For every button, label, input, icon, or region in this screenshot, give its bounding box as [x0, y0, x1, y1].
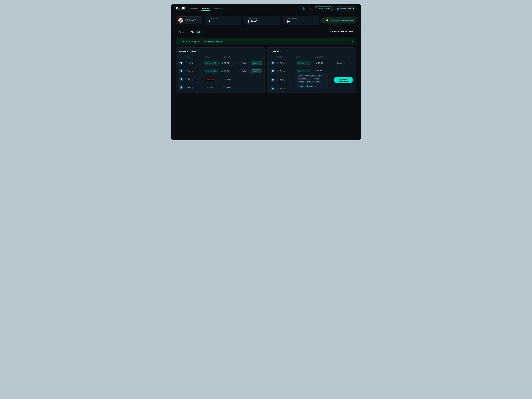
wallet-button[interactable]: 🔷 0x2a7..c4bf0 ▾	[335, 6, 356, 11]
my-market-name-1: Pi Pump	[277, 62, 296, 64]
my-offers-title: My offers	[267, 48, 356, 55]
market-name-1: Pi Pump	[186, 62, 204, 64]
col-status-my: Status	[296, 56, 315, 58]
received-offers-section: Received offers Market Status Best offer…	[176, 47, 265, 93]
alert-increase-allowance-link[interactable]: increase allowance	[204, 40, 223, 43]
my-market-icon-3: 💎	[271, 78, 275, 82]
tab-offers-badge: 3	[197, 31, 200, 33]
offers-grid: Received offers Market Status Best offer…	[171, 47, 361, 98]
status-2: Expires in 14h	[204, 70, 222, 73]
col-market-received: Market	[186, 56, 205, 58]
tabs-bar: Orders Offers 3 Current allowance: 3 WET…	[171, 27, 361, 35]
user-address-label: 0x2a7..c4bf0	[185, 19, 196, 21]
copy-icon[interactable]: ⧉	[198, 19, 199, 21]
stat-value-trades: 9	[209, 20, 237, 23]
received-offers-title: Received offers	[176, 48, 265, 55]
cancel-button-1[interactable]: Cancel	[334, 61, 345, 65]
market-icon-1: 💎	[179, 61, 184, 65]
offer-1: ◑ 30.00	[222, 62, 239, 64]
info-icon: ℹ	[179, 40, 180, 43]
market-icon-2: 💎	[179, 69, 184, 74]
my-offers-section: My offers Market Status Best offer 💎 Pi …	[267, 47, 356, 93]
chevron-down-icon: ▾	[353, 7, 354, 10]
tab-orders[interactable]: Orders	[176, 30, 188, 35]
allowance-value: 3 WETH	[349, 30, 356, 32]
coin-icon-1: ◑	[222, 62, 223, 64]
reject-button-1[interactable]: Reject	[239, 61, 250, 65]
market-name-4: Pi Pump	[186, 86, 205, 89]
status-4: Expired	[205, 86, 224, 89]
wallet-icon: 🔷	[337, 7, 340, 10]
tab-offers[interactable]: Offers 3	[188, 29, 203, 35]
user-info: 0x2a7..c4bf0 ⧉	[176, 16, 202, 24]
stat-total-trades: Total Trades 9	[205, 16, 241, 25]
received-row-3: 💎 Pi Pump Rejected Ᵽ 45.00	[176, 75, 265, 83]
nav: Markets Portfolio Rewards	[190, 6, 296, 11]
nav-portfolio[interactable]: Portfolio	[202, 6, 210, 11]
coin-icon-4: Ᵽ	[224, 86, 225, 89]
logo: PumP!	[176, 7, 185, 10]
my-status-badge-1: Expires in 14h	[296, 61, 311, 65]
alert-message: Your offers may fail,	[181, 40, 200, 43]
col-offer-my: Best offer	[315, 56, 334, 58]
stat-label-settled: Total Settled	[287, 18, 316, 19]
col-offer-received: Best offer	[224, 56, 243, 58]
stat-total-settled: Total Settled $0	[283, 16, 319, 25]
col-status-received: Status	[205, 56, 224, 58]
referral-button[interactable]: 🔑 Share your referral code	[322, 17, 356, 23]
allowance-label: Current allowance:	[330, 30, 348, 32]
my-market-icon-2: 💎	[271, 69, 275, 74]
received-row-4: 💎 Pi Pump Expired Ᵽ 45.00	[176, 83, 265, 91]
received-row-2: 💎 Pi Pump Expires in 14h ◑ 30.00 Reject …	[176, 67, 265, 75]
referral-label: Share your referral code	[330, 19, 353, 22]
tooltip-text: Lorem ipsum dolor sit amet consectetur. …	[298, 75, 322, 83]
allowance-info: Current allowance: 3 WETH	[330, 30, 356, 34]
alert-close-icon[interactable]: ✕	[351, 40, 353, 43]
my-market-name-2: Pi Pump	[277, 70, 296, 72]
received-offers-header: Market Status Best offer	[176, 55, 265, 59]
alert-banner: ℹ Your offers may fail, increase allowan…	[176, 38, 356, 45]
status-badge-1: Expires in 43h	[204, 61, 219, 65]
my-offer-1: ◑ 30.00	[315, 62, 334, 64]
tooltip-increase-link[interactable]: Increase allowance	[298, 85, 325, 88]
offer-4: Ᵽ 45.00	[224, 86, 243, 89]
market-name-3: Pi Pump	[186, 78, 205, 81]
status-badge-2: Expires in 14h	[204, 70, 219, 73]
nav-rewards[interactable]: Rewards	[214, 6, 222, 11]
status-badge-3: Rejected	[205, 78, 215, 81]
wallet-address: 0x2a7..c4bf0	[341, 7, 352, 10]
stats-bar: 0x2a7..c4bf0 ⧉ Total Trades 9 Total Volu…	[171, 13, 361, 27]
my-market-name-3: Pi Pump	[277, 79, 296, 81]
my-coin-icon-1: ◑	[315, 62, 317, 64]
actions-2: Reject Accept	[239, 69, 261, 73]
accept-button-2[interactable]: Accept	[251, 69, 261, 73]
actions-1: Reject Accept	[239, 61, 261, 65]
nav-markets[interactable]: Markets	[190, 6, 198, 11]
header-right: 👤 ⚙ Create Order 🔷 0x2a7..c4bf0 ▾	[301, 6, 356, 11]
market-name-2: Pi Pump	[186, 70, 204, 72]
reject-button-2[interactable]: Reject	[239, 69, 250, 73]
stat-label-volume: Total Volume	[248, 18, 277, 19]
my-offers-header: Market Status Best offer	[267, 55, 356, 59]
accept-button-1[interactable]: Accept	[251, 61, 261, 65]
increase-allowance-button[interactable]: Increase allowance	[334, 77, 353, 83]
my-row-2: 💎 Pi Pump Expires in 14h Ᵽ 30.00 Lorem i…	[267, 67, 356, 75]
my-market-icon-4: 💎	[271, 86, 275, 91]
stat-label-trades: Total Trades	[209, 18, 237, 19]
my-actions-1: Cancel	[334, 61, 353, 65]
avatar	[178, 18, 183, 23]
my-market-icon-1: 💎	[271, 61, 275, 65]
settings-icon-btn[interactable]: ⚙	[308, 6, 313, 11]
offer-2: ◑ 30.00	[222, 70, 239, 72]
market-icon-4: 💎	[179, 85, 184, 90]
coin-icon-3: Ᵽ	[224, 78, 225, 81]
app-container: PumP! Markets Portfolio Rewards 👤 ⚙ Crea…	[171, 4, 361, 140]
profile-icon-btn[interactable]: 👤	[301, 6, 306, 11]
status-1: Expires in 43h	[204, 61, 222, 65]
key-icon: 🔑	[325, 19, 328, 22]
tab-offers-label: Offers	[190, 31, 196, 33]
stat-total-volume: Total Volume $270.00	[244, 16, 280, 25]
create-order-button[interactable]: Create Order	[315, 6, 333, 11]
my-status-1: Expires in 14h	[296, 61, 315, 65]
col-market-my: Market	[277, 56, 296, 58]
